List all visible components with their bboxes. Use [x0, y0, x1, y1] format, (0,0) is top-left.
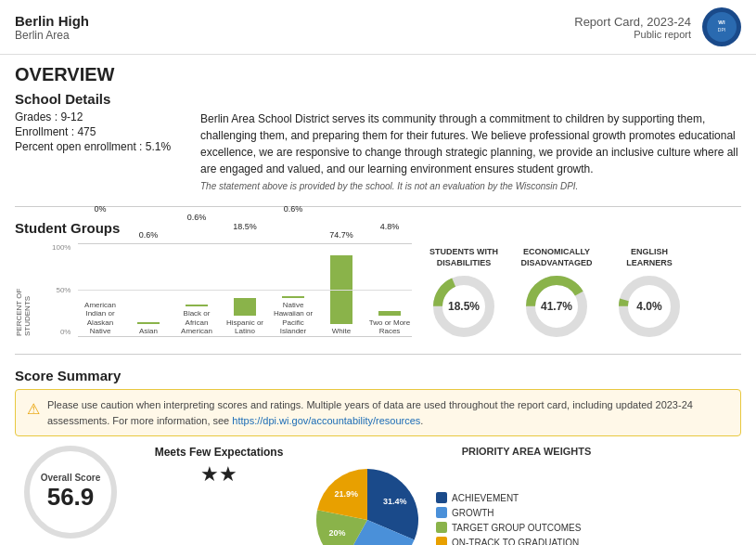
- priority-body: 31.4%26.7%20%21.9% ACHIEVEMENTGROWTHTARG…: [312, 464, 741, 545]
- legend-label-3: ON-TRACK TO GRADUATION: [452, 538, 579, 545]
- svg-text:DPI: DPI: [718, 27, 725, 32]
- score-body: Overall Score 56.9 Meets Few Expectation…: [15, 446, 741, 545]
- legend-label-2: TARGET GROUP OUTCOMES: [452, 523, 581, 533]
- donut-label: ENGLISH LEARNERS: [612, 247, 686, 268]
- donut-value: 41.7%: [541, 300, 572, 313]
- divider-1: [15, 206, 741, 207]
- bar-group: 18.5%Hispanic or Latino: [223, 222, 267, 336]
- bar-wrapper: [234, 232, 256, 316]
- donut-value: 4.0%: [636, 300, 661, 313]
- bar-group: 0.6%Asian: [126, 230, 171, 336]
- donut-group: ECONOMICALLY DISADVANTAGED41.7%: [519, 247, 594, 339]
- bar-rect: [234, 298, 256, 316]
- bar-wrapper: [378, 232, 401, 316]
- overview-right: Berlin Area School District serves its c…: [200, 110, 741, 191]
- legend-item-2: TARGET GROUP OUTCOMES: [436, 522, 581, 533]
- overview-disclaimer: The statement above is provided by the s…: [200, 181, 741, 191]
- overview-body: Grades : 9-12 Enrollment : 475 Percent o…: [15, 110, 741, 191]
- bar-value-label: 4.8%: [380, 222, 400, 231]
- bar-rect: [282, 296, 304, 298]
- rating-label: Meets Few Expectations: [154, 446, 284, 459]
- bar-label: Black or African American: [174, 309, 219, 336]
- bars-and-grid: 0%American Indian or Alaskan Native0.6%A…: [78, 243, 412, 336]
- legend-dot-2: [436, 522, 447, 533]
- legend-item-0: ACHIEVEMENT: [436, 492, 581, 503]
- bar-chart-wrapper: 100% 50% 0% 0%American Indian or Alaskan…: [43, 243, 412, 336]
- priority-area: PRIORITY AREA WEIGHTS 31.4%26.7%20%21.9%…: [312, 446, 741, 545]
- bar-label: Hispanic or Latino: [223, 318, 267, 336]
- bar-wrapper: [89, 214, 111, 298]
- legend-dot-1: [436, 507, 447, 518]
- district-name: Berlin Area: [15, 29, 89, 42]
- pie-chart: 31.4%26.7%20%21.9%: [312, 464, 423, 545]
- bar-label: American Indian or Alaskan Native: [78, 301, 122, 336]
- bar-wrapper: [282, 214, 304, 298]
- bar-label: White: [332, 327, 351, 336]
- overview-title: OVERVIEW: [15, 64, 741, 85]
- legend-item-1: GROWTH: [436, 507, 581, 518]
- donut-area: STUDENTS WITH DISABILITIES18.5%ECONOMICA…: [427, 243, 686, 339]
- logo: WI DPI: [702, 7, 741, 46]
- bar-rect: [137, 322, 160, 324]
- svg-text:WI: WI: [718, 19, 725, 25]
- y-label-50: 50%: [56, 286, 70, 294]
- divider-2: [15, 354, 741, 355]
- donut-container: 4.0%: [617, 274, 682, 339]
- bar-label: Two or More Races: [367, 318, 412, 336]
- score-label: Overall Score: [41, 473, 100, 483]
- rating-stars: ★★: [154, 462, 284, 487]
- donut-label: STUDENTS WITH DISABILITIES: [427, 247, 501, 268]
- overview-left: Grades : 9-12 Enrollment : 475 Percent o…: [15, 110, 182, 191]
- header-left: Berlin High Berlin Area: [15, 13, 89, 42]
- report-title: Report Card, 2023-24: [574, 15, 691, 29]
- bars-row: 0%American Indian or Alaskan Native0.6%A…: [78, 243, 412, 336]
- bar-wrapper: [186, 223, 208, 306]
- pie-label-0: 31.4%: [383, 497, 407, 506]
- y-axis-label: PERCENT OF STUDENTS: [15, 253, 32, 336]
- enrollment-row: Enrollment : 475: [15, 125, 182, 138]
- bar-group: 0.6%Black or African American: [174, 213, 219, 336]
- legend-label-0: ACHIEVEMENT: [452, 493, 519, 503]
- bar-label: Native Hawaiian or Pacific Islander: [271, 301, 315, 336]
- bar-value-label: 0.6%: [187, 213, 207, 222]
- score-value: 56.9: [47, 483, 95, 512]
- y-labels: 100% 50% 0%: [52, 243, 74, 336]
- caution-icon: ⚠: [27, 398, 40, 421]
- overall-score-box: Overall Score 56.9: [15, 446, 126, 542]
- bar-chart-container: PERCENT OF STUDENTS 100% 50% 0%: [15, 243, 412, 336]
- bar-rect: [186, 305, 208, 306]
- pie-label-3: 21.9%: [335, 489, 359, 499]
- score-title: Score Summary: [15, 368, 741, 383]
- legend-dot-0: [436, 492, 447, 503]
- bar-value-label: 18.5%: [233, 222, 257, 231]
- donut-value: 18.5%: [448, 300, 480, 313]
- pie-label-2: 20%: [329, 529, 346, 539]
- pie-legend: ACHIEVEMENTGROWTHTARGET GROUP OUTCOMESON…: [436, 492, 581, 545]
- bar-rect: [378, 311, 401, 316]
- donut-group: ENGLISH LEARNERS4.0%: [612, 247, 686, 339]
- bar-group: 0.6%Native Hawaiian or Pacific Islander: [271, 204, 315, 336]
- bar-value-label: 74.7%: [329, 230, 353, 240]
- bar-value-label: 0%: [94, 204, 106, 214]
- caution-box: ⚠ Please use caution when interpreting s…: [15, 389, 741, 436]
- y-label-0: 0%: [60, 328, 71, 336]
- score-section: Score Summary ⚠ Please use caution when …: [0, 362, 756, 545]
- bar-group: 4.8%Two or More Races: [367, 222, 412, 336]
- bar-group: 0%American Indian or Alaskan Native: [78, 204, 122, 336]
- public-label: Public report: [574, 29, 691, 40]
- donut-container: 18.5%: [431, 274, 496, 339]
- header: Berlin High Berlin Area Report Card, 202…: [0, 0, 756, 55]
- bar-wrapper: [330, 240, 352, 324]
- caution-text: Please use caution when interpreting sco…: [47, 397, 729, 428]
- pie-svg: 31.4%26.7%20%21.9%: [312, 464, 423, 545]
- y-label-100: 100%: [52, 243, 70, 252]
- donut-group: STUDENTS WITH DISABILITIES18.5%: [427, 247, 501, 339]
- score-circle: Overall Score 56.9: [24, 446, 117, 539]
- overview-description: Berlin Area School District serves its c…: [200, 110, 741, 177]
- caution-link[interactable]: https://dpi.wi.gov/accountability/resour…: [232, 415, 420, 426]
- open-enrollment-row: Percent open enrollment : 5.1%: [15, 140, 182, 153]
- donut-label: ECONOMICALLY DISADVANTAGED: [519, 247, 594, 268]
- grid-line-0: [78, 336, 412, 337]
- overview-section: OVERVIEW School Details Grades : 9-12 En…: [0, 55, 756, 199]
- bar-value-label: 0.6%: [284, 204, 303, 214]
